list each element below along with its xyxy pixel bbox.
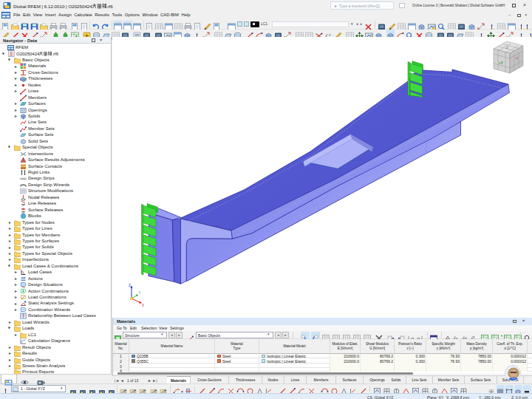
svg-text:Y: Y [139, 291, 141, 295]
svg-text:X: X [142, 304, 144, 307]
svg-text:Z: Z [129, 284, 131, 287]
svg-text:+Y: +Y [499, 61, 503, 65]
svg-text:-X: -X [515, 56, 518, 60]
svg-text:-Z: -Z [505, 46, 508, 50]
